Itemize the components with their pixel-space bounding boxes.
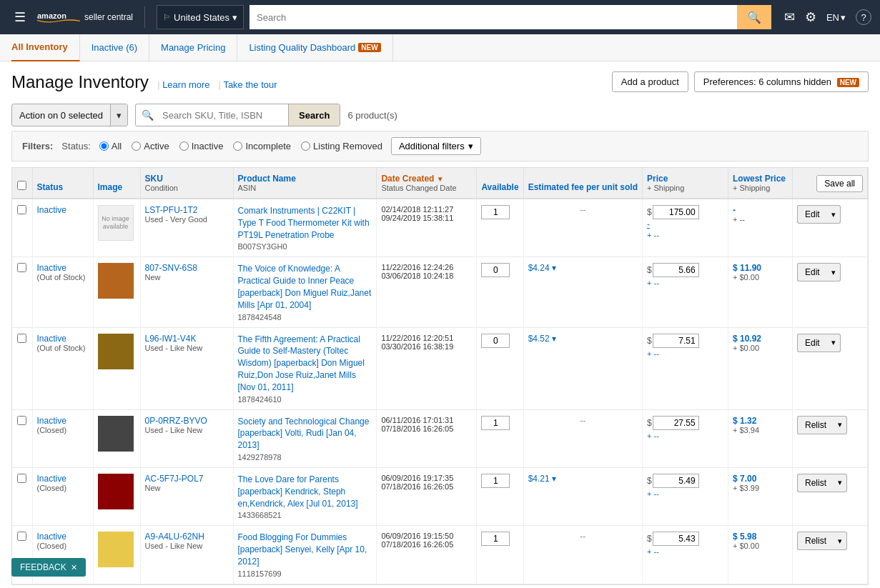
row-checkbox[interactable] <box>17 416 26 425</box>
action-btn-group: Relist ▾ <box>797 474 863 492</box>
feedback-close-icon[interactable]: ✕ <box>71 563 77 572</box>
sku-link[interactable]: L96-IW1-V4K <box>145 334 197 344</box>
product-link[interactable]: Comark Instruments | C22KIT | Type T Foo… <box>238 206 370 240</box>
gear-icon[interactable]: ⚙ <box>805 9 816 25</box>
subnav-manage-pricing[interactable]: Manage Pricing <box>149 34 237 61</box>
feedback-button[interactable]: FEEDBACK ✕ <box>11 558 86 577</box>
sku-link[interactable]: 0P-0RRZ-BYVO <box>145 416 207 426</box>
price-input[interactable] <box>653 532 699 546</box>
row-checkbox[interactable] <box>17 474 26 483</box>
row-checkbox[interactable] <box>17 532 26 541</box>
subnav-all-inventory[interactable]: All Inventory <box>11 34 80 61</box>
product-link[interactable]: Society and Technological Change [paperb… <box>238 417 370 451</box>
hamburger-icon[interactable]: ☰ <box>9 6 31 28</box>
price-input[interactable] <box>653 334 699 348</box>
sku-link[interactable]: 807-SNV-6S8 <box>145 263 197 273</box>
additional-filters-button[interactable]: Additional filters ▾ <box>391 137 481 155</box>
available-header[interactable]: Available <box>477 168 523 199</box>
price-actions[interactable]: + -- <box>647 231 723 239</box>
action-dropdown-arrow-icon[interactable]: ▾ <box>110 104 127 126</box>
price-actions[interactable]: + -- <box>647 489 723 498</box>
filter-all[interactable]: All <box>99 141 122 151</box>
select-all-checkbox[interactable] <box>17 181 26 190</box>
sku-link[interactable]: LST-PFU-1T2 <box>145 205 198 215</box>
mail-icon[interactable]: ✉ <box>784 9 795 25</box>
price-actions[interactable]: + -- <box>647 349 723 358</box>
row-checkbox[interactable] <box>17 334 26 343</box>
edit-arrow-icon[interactable]: ▾ <box>827 334 841 352</box>
preferences-new-badge: NEW <box>837 78 859 87</box>
edit-button[interactable]: Edit <box>797 205 827 224</box>
filter-active[interactable]: Active <box>132 141 169 151</box>
price-input[interactable] <box>653 474 699 488</box>
sku-condition: Used - Like New <box>145 344 229 352</box>
edit-button[interactable]: Edit <box>797 263 827 281</box>
sku-header[interactable]: SKU Condition <box>140 168 233 199</box>
qty-input[interactable] <box>481 334 510 348</box>
product-link[interactable]: The Fifth Agreement: A Practical Guide t… <box>238 334 365 392</box>
search-button[interactable]: Search <box>288 104 340 126</box>
row-checkbox[interactable] <box>17 263 26 272</box>
qty-input[interactable] <box>481 416 510 430</box>
price-dash-link[interactable]: - <box>647 219 723 229</box>
product-link[interactable]: The Voice of Knowledge: A Practical Guid… <box>238 264 372 309</box>
dollar-sign: $ <box>647 207 652 217</box>
price-input[interactable] <box>653 416 699 430</box>
relist-arrow-icon[interactable]: ▾ <box>834 474 847 492</box>
lowest-price-shipping: + $0.00 <box>733 344 788 352</box>
edit-arrow-icon[interactable]: ▾ <box>827 205 841 224</box>
product-link[interactable]: Food Blogging For Dummies [paperback] Se… <box>238 532 367 567</box>
price-input[interactable] <box>653 205 699 219</box>
fee-value[interactable]: $4.21 ▾ <box>528 474 638 484</box>
filter-inactive[interactable]: Inactive <box>179 141 224 151</box>
qty-input[interactable] <box>481 474 510 488</box>
learn-more-link[interactable]: Learn more <box>157 79 209 90</box>
product-asin: 1429278978 <box>238 453 372 462</box>
edit-button[interactable]: Edit <box>797 334 827 352</box>
take-tour-link[interactable]: Take the tour <box>219 79 277 90</box>
date-header[interactable]: Date Created ▼ Status Changed Date <box>377 168 477 199</box>
store-selector[interactable]: 🏳 United States ▾ <box>157 5 244 29</box>
price-input[interactable] <box>653 263 699 277</box>
action-dropdown[interactable]: Action on 0 selected ▾ <box>11 104 128 126</box>
nav-search-input[interactable] <box>249 5 737 29</box>
product-header[interactable]: Product Name ASIN <box>233 168 377 199</box>
action-btn-group: Relist ▾ <box>797 532 863 550</box>
sku-link[interactable]: A9-A4LU-62NH <box>145 532 204 542</box>
table-row: Inactive (Out of Stock) L96-IW1-V4K Used… <box>12 327 868 409</box>
search-input[interactable] <box>159 110 288 121</box>
product-cell: The Love Dare for Parents [paperback] Ke… <box>233 467 377 525</box>
store-name: United States <box>174 12 229 23</box>
fee-value[interactable]: $4.52 ▾ <box>528 334 638 344</box>
sku-link[interactable]: AC-5F7J-POL7 <box>145 474 204 484</box>
subnav-inactive[interactable]: Inactive (6) <box>80 34 149 61</box>
nav-search-button[interactable]: 🔍 <box>737 5 771 29</box>
image-cell <box>93 327 140 409</box>
relist-arrow-icon[interactable]: ▾ <box>834 416 847 434</box>
price-actions[interactable]: + -- <box>647 432 723 440</box>
qty-input[interactable] <box>481 205 510 219</box>
language-selector[interactable]: EN ▾ <box>826 12 846 23</box>
qty-input[interactable] <box>481 532 510 546</box>
fee-value[interactable]: $4.24 ▾ <box>528 263 638 273</box>
save-all-button[interactable]: Save all <box>816 175 863 192</box>
relist-arrow-icon[interactable]: ▾ <box>834 532 847 550</box>
price-actions[interactable]: + -- <box>647 279 723 287</box>
fee-dash: -- <box>580 416 585 426</box>
add-product-button[interactable]: Add a product <box>612 71 688 92</box>
help-icon[interactable]: ? <box>856 9 871 25</box>
price-actions[interactable]: + -- <box>647 547 723 556</box>
product-link[interactable]: The Love Dare for Parents [paperback] Ke… <box>238 474 358 509</box>
filter-incomplete[interactable]: Incomplete <box>233 141 291 151</box>
relist-button[interactable]: Relist <box>797 474 834 492</box>
filter-listing-removed[interactable]: Listing Removed <box>301 141 382 151</box>
qty-input[interactable] <box>481 263 510 277</box>
relist-button[interactable]: Relist <box>797 532 834 550</box>
edit-arrow-icon[interactable]: ▾ <box>827 263 841 281</box>
relist-button[interactable]: Relist <box>797 416 834 434</box>
subnav-listing-quality[interactable]: Listing Quality Dashboard NEW <box>237 34 392 61</box>
date-created: 11/22/2016 12:24:26 <box>381 263 472 271</box>
row-checkbox[interactable] <box>17 205 26 214</box>
price-input-wrap: $ <box>647 416 723 430</box>
preferences-button[interactable]: Preferences: 6 columns hidden NEW <box>694 71 869 92</box>
